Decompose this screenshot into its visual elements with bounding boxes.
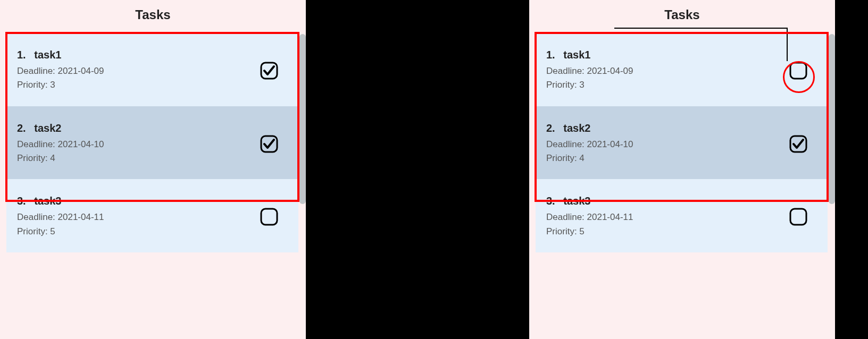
- task-content: 1. task1 Deadline: 2021-04-09 Priority: …: [17, 49, 260, 92]
- task-list-wrap: 1. task1 Deadline: 2021-04-09 Priority: …: [529, 29, 835, 257]
- checkbox-unchecked-icon[interactable]: [260, 208, 278, 226]
- svg-rect-5: [790, 209, 806, 225]
- task-title: task1: [34, 49, 61, 61]
- task-deadline: Deadline: 2021-04-10: [17, 138, 260, 151]
- task-row[interactable]: 3. task3 Deadline: 2021-04-11 Priority: …: [536, 179, 828, 252]
- task-row[interactable]: 1. task1 Deadline: 2021-04-09 Priority: …: [6, 33, 298, 106]
- task-index: 1.: [546, 49, 555, 61]
- checkbox-checked-icon[interactable]: [260, 62, 278, 80]
- left-panel: Tasks 1. task1 Deadline: 2021-04-09 Prio…: [0, 0, 306, 339]
- task-priority: Priority: 5: [546, 225, 789, 239]
- task-row[interactable]: 2. task2 Deadline: 2021-04-10 Priority: …: [6, 106, 298, 180]
- task-index: 3.: [546, 195, 555, 207]
- svg-rect-2: [261, 209, 277, 225]
- scrollbar[interactable]: [829, 34, 835, 204]
- task-title: task1: [563, 49, 590, 61]
- task-title: task2: [563, 122, 590, 134]
- right-panel: Tasks 1. task1 Deadline: 2021-04-09 Prio…: [529, 0, 835, 339]
- task-row[interactable]: 1. task1 Deadline: 2021-04-09 Priority: …: [536, 33, 828, 106]
- checkbox-unchecked-icon[interactable]: [789, 208, 807, 226]
- svg-rect-3: [790, 63, 806, 79]
- task-priority: Priority: 5: [17, 225, 260, 239]
- task-deadline: Deadline: 2021-04-09: [546, 64, 789, 78]
- task-deadline: Deadline: 2021-04-11: [17, 210, 260, 224]
- checkbox-checked-icon[interactable]: [260, 135, 278, 153]
- task-content: 3. task3 Deadline: 2021-04-11 Priority: …: [546, 195, 789, 239]
- task-priority: Priority: 4: [546, 151, 789, 165]
- checkbox-checked-icon[interactable]: [789, 135, 807, 153]
- task-list-wrap: 1. task1 Deadline: 2021-04-09 Priority: …: [0, 29, 306, 257]
- task-title: task3: [34, 195, 61, 207]
- task-content: 2. task2 Deadline: 2021-04-10 Priority: …: [546, 122, 789, 166]
- task-row[interactable]: 2. task2 Deadline: 2021-04-10 Priority: …: [536, 106, 828, 180]
- task-deadline: Deadline: 2021-04-10: [546, 138, 789, 151]
- task-index: 1.: [17, 49, 26, 61]
- scrollbar[interactable]: [299, 34, 306, 204]
- task-list[interactable]: 1. task1 Deadline: 2021-04-09 Priority: …: [6, 33, 298, 252]
- task-priority: Priority: 4: [17, 151, 260, 165]
- task-index: 2.: [17, 122, 26, 134]
- task-deadline: Deadline: 2021-04-09: [17, 64, 260, 78]
- task-content: 3. task3 Deadline: 2021-04-11 Priority: …: [17, 195, 260, 239]
- task-deadline: Deadline: 2021-04-11: [546, 210, 789, 224]
- task-content: 1. task1 Deadline: 2021-04-09 Priority: …: [546, 49, 789, 92]
- task-index: 3.: [17, 195, 26, 207]
- task-row[interactable]: 3. task3 Deadline: 2021-04-11 Priority: …: [6, 179, 298, 252]
- task-content: 2. task2 Deadline: 2021-04-10 Priority: …: [17, 122, 260, 166]
- task-priority: Priority: 3: [17, 78, 260, 92]
- task-title: task3: [563, 195, 590, 207]
- panel-title: Tasks: [0, 0, 306, 29]
- panel-title: Tasks: [529, 0, 835, 29]
- task-list[interactable]: 1. task1 Deadline: 2021-04-09 Priority: …: [536, 33, 828, 252]
- task-title: task2: [34, 122, 61, 134]
- task-priority: Priority: 3: [546, 78, 789, 92]
- task-index: 2.: [546, 122, 555, 134]
- checkbox-unchecked-icon[interactable]: [789, 62, 807, 80]
